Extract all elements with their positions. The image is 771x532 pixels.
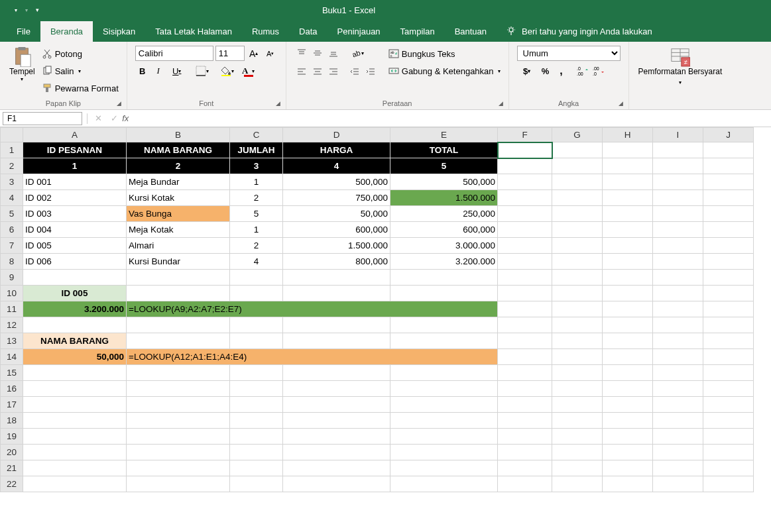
cell[interactable] xyxy=(552,286,603,301)
cell[interactable]: Kursi Bundar xyxy=(127,254,230,270)
cell[interactable] xyxy=(653,445,703,460)
cell[interactable] xyxy=(603,254,653,270)
cell[interactable] xyxy=(23,445,127,460)
cell[interactable] xyxy=(498,429,552,445)
copy-button[interactable]: Salin▾ xyxy=(42,63,119,79)
col-header[interactable]: C xyxy=(230,128,283,142)
paste-button[interactable]: Tempel ▾ xyxy=(5,44,39,83)
cell[interactable] xyxy=(703,238,754,254)
tab-rumus[interactable]: Rumus xyxy=(242,21,289,42)
cell[interactable]: 2 xyxy=(230,190,283,206)
cell[interactable]: ID 001 xyxy=(23,174,127,190)
cell[interactable] xyxy=(390,286,498,301)
cell[interactable]: 800,000 xyxy=(283,254,390,270)
comma-style-icon[interactable]: , xyxy=(554,64,569,78)
cell[interactable] xyxy=(283,413,390,429)
tell-me-search[interactable]: Beri tahu yang ingin Anda lakukan xyxy=(497,21,662,42)
cell[interactable]: JUMLAH xyxy=(230,142,283,158)
enter-formula-icon[interactable]: ✓ xyxy=(106,113,122,123)
cell[interactable] xyxy=(390,413,498,429)
cell[interactable] xyxy=(653,413,703,429)
cell[interactable] xyxy=(283,476,390,492)
cell[interactable] xyxy=(498,142,552,158)
cell[interactable] xyxy=(603,460,653,476)
cell[interactable]: ID 002 xyxy=(23,190,127,206)
redo-dropdown-icon[interactable]: ▾ xyxy=(25,7,28,13)
cell[interactable] xyxy=(127,333,230,349)
font-color-button[interactable]: A▾ xyxy=(239,64,259,78)
cell[interactable] xyxy=(653,238,703,254)
row-header[interactable]: 21 xyxy=(1,460,23,476)
cell[interactable] xyxy=(23,460,127,476)
cell[interactable] xyxy=(603,397,653,413)
cell[interactable] xyxy=(703,365,754,381)
underline-button[interactable]: U▾ xyxy=(167,64,187,78)
row-header[interactable]: 3 xyxy=(1,174,23,190)
row-header[interactable]: 22 xyxy=(1,476,23,492)
cell[interactable] xyxy=(498,238,552,254)
cell[interactable] xyxy=(23,413,127,429)
cell[interactable] xyxy=(653,349,703,365)
cell[interactable] xyxy=(653,397,703,413)
cell[interactable] xyxy=(283,460,390,476)
tab-tata-letak-halaman[interactable]: Tata Letak Halaman xyxy=(145,21,242,42)
cell[interactable] xyxy=(498,349,552,365)
cell[interactable] xyxy=(703,190,754,206)
cell[interactable] xyxy=(552,413,603,429)
increase-decimal-icon[interactable]: .0.00 xyxy=(575,64,590,78)
cell[interactable] xyxy=(653,222,703,238)
cell[interactable]: 1 xyxy=(23,158,127,174)
increase-indent-icon[interactable] xyxy=(363,64,378,79)
align-right-icon[interactable] xyxy=(326,64,341,79)
col-header[interactable]: I xyxy=(653,128,703,142)
cell[interactable] xyxy=(603,413,653,429)
borders-button[interactable]: ▾ xyxy=(192,64,212,78)
cell[interactable]: ID 004 xyxy=(23,222,127,238)
cell[interactable] xyxy=(603,158,653,174)
cell[interactable] xyxy=(703,349,754,365)
col-header[interactable]: H xyxy=(603,128,653,142)
cell[interactable] xyxy=(498,397,552,413)
cell[interactable] xyxy=(703,397,754,413)
cell[interactable] xyxy=(653,365,703,381)
cell[interactable] xyxy=(703,158,754,174)
col-header[interactable]: D xyxy=(283,128,390,142)
cell[interactable] xyxy=(230,429,283,445)
cell[interactable] xyxy=(23,381,127,397)
cell[interactable]: 3.200.000 xyxy=(23,301,127,317)
cell[interactable] xyxy=(552,222,603,238)
percent-icon[interactable]: % xyxy=(538,64,553,78)
font-size-combo[interactable] xyxy=(215,46,245,61)
cell[interactable]: Kursi Kotak xyxy=(127,190,230,206)
cell[interactable] xyxy=(552,142,603,158)
cell[interactable] xyxy=(653,429,703,445)
number-format-combo[interactable]: Umum xyxy=(517,46,621,61)
cell[interactable] xyxy=(653,317,703,333)
cell[interactable]: ID 003 xyxy=(23,206,127,222)
cell[interactable] xyxy=(703,317,754,333)
cell[interactable] xyxy=(703,381,754,397)
italic-button[interactable]: I xyxy=(151,64,166,78)
merge-center-button[interactable]: Gabung & Ketengahkan▾ xyxy=(388,63,501,79)
cell[interactable] xyxy=(603,349,653,365)
col-header[interactable]: F xyxy=(498,128,552,142)
cell[interactable] xyxy=(390,317,498,333)
cut-button[interactable]: Potong xyxy=(42,46,119,62)
cell[interactable] xyxy=(603,174,653,190)
cell[interactable] xyxy=(552,158,603,174)
cell[interactable] xyxy=(653,158,703,174)
cell[interactable] xyxy=(498,190,552,206)
cell[interactable] xyxy=(283,317,390,333)
cell[interactable] xyxy=(498,158,552,174)
fill-color-button[interactable]: ▾ xyxy=(217,64,237,78)
cell[interactable] xyxy=(552,301,603,317)
cell[interactable]: Almari xyxy=(127,238,230,254)
col-header[interactable]: J xyxy=(703,128,754,142)
cell[interactable] xyxy=(23,365,127,381)
tab-data[interactable]: Data xyxy=(289,21,327,42)
cell[interactable]: 1 xyxy=(230,174,283,190)
cell[interactable] xyxy=(603,222,653,238)
decrease-indent-icon[interactable] xyxy=(347,64,362,79)
alignment-dialog-launcher-icon[interactable]: ◢ xyxy=(499,100,503,107)
align-left-icon[interactable] xyxy=(294,64,309,79)
